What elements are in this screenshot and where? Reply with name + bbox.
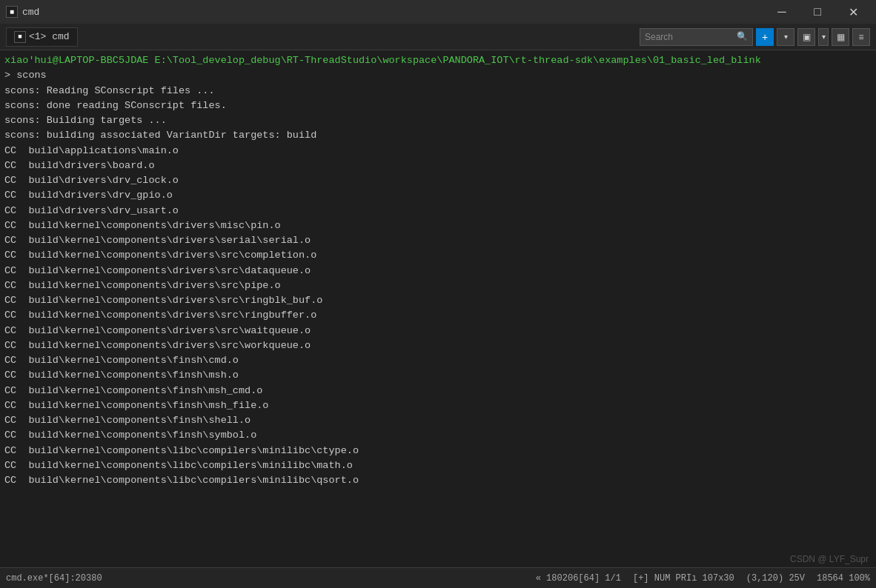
tab-label: <1> cmd	[29, 31, 70, 42]
terminal-line: CC build\drivers\board.o	[4, 158, 872, 173]
terminal-line: CC build\kernel\components\drivers\src\w…	[4, 324, 872, 338]
terminal-line: CC build\drivers\drv_usart.o	[4, 204, 872, 218]
terminal-line: CC build\kernel\components\finsh\cmd.o	[4, 353, 872, 368]
maximize-button[interactable]: □	[800, 0, 834, 24]
status-size: 18564 100%	[817, 573, 870, 584]
tab-cmd[interactable]: ■ <1> cmd	[6, 27, 78, 47]
status-encoding: « 180206[64] 1/1	[536, 573, 621, 584]
terminal-line: CC build\kernel\components\drivers\src\c…	[4, 248, 872, 263]
terminal-line: CC build\kernel\components\drivers\src\r…	[4, 293, 872, 308]
dropdown-button[interactable]: ▾	[777, 28, 794, 46]
terminal-line: xiao'hui@LAPTOP-BBC5JDAE E:\Tool_develop…	[4, 53, 872, 68]
terminal-line: CC build\kernel\components\drivers\src\w…	[4, 338, 872, 353]
terminal-line: scons: Reading SConscript files ...	[4, 84, 872, 98]
terminal-line: CC build\kernel\components\libc\compiler…	[4, 473, 872, 488]
layout-btn-1[interactable]: ▣	[797, 28, 815, 46]
close-button[interactable]: ✕	[836, 0, 870, 24]
layout-dropdown-1[interactable]: ▾	[818, 28, 829, 46]
window-controls: ─ □ ✕	[765, 0, 870, 24]
tab-icon: ■	[14, 31, 26, 43]
terminal-line: CC build\kernel\components\finsh\msh.o	[4, 368, 872, 383]
terminal-output: xiao'hui@LAPTOP-BBC5JDAE E:\Tool_develop…	[0, 50, 876, 567]
terminal-line: CC build\drivers\drv_gpio.o	[4, 188, 872, 203]
terminal-line: CC build\kernel\components\drivers\src\p…	[4, 278, 872, 293]
terminal-line: scons: building associated VariantDir ta…	[4, 128, 872, 143]
search-area: 🔍 + ▾ ▣ ▾ ▦ ≡	[640, 28, 870, 46]
terminal-line: CC build\kernel\components\libc\compiler…	[4, 458, 872, 473]
terminal-line: CC build\kernel\components\libc\compiler…	[4, 444, 872, 458]
terminal-line: CC build\drivers\drv_clock.o	[4, 173, 872, 188]
terminal-line: CC build\kernel\components\finsh\symbol.…	[4, 428, 872, 443]
terminal-line: scons: done reading SConscript files.	[4, 98, 872, 113]
status-right: « 180206[64] 1/1 [+] NUM PRIı 107x30 (3,…	[536, 573, 870, 584]
search-box: 🔍	[640, 28, 753, 46]
terminal-line: CC build\kernel\components\finsh\msh_cmd…	[4, 384, 872, 398]
status-position: (3,120) 25V	[746, 573, 805, 584]
title-bar: ■ cmd ─ □ ✕	[0, 0, 876, 24]
terminal-line: scons: Building targets ...	[4, 113, 872, 128]
status-bar: cmd.exe*[64]:20380 « 180206[64] 1/1 [+] …	[0, 567, 876, 588]
terminal-line: CC build\kernel\components\finsh\shell.o	[4, 413, 872, 428]
terminal-line: CC build\kernel\components\drivers\src\r…	[4, 308, 872, 323]
app-icon: ■	[6, 6, 18, 18]
layout-btn-3[interactable]: ≡	[852, 28, 870, 46]
terminal-line: CC build\kernel\components\drivers\misc\…	[4, 218, 872, 233]
search-input[interactable]	[645, 32, 734, 42]
terminal-line: CC build\applications\main.o	[4, 144, 872, 158]
search-icon: 🔍	[737, 31, 748, 42]
status-cursor: [+] NUM PRIı 107x30	[633, 573, 734, 584]
terminal-line: CC build\kernel\components\drivers\src\d…	[4, 264, 872, 278]
window-title: cmd	[22, 7, 39, 18]
watermark: CSDN @ LYF_Supr	[790, 554, 869, 564]
layout-btn-2[interactable]: ▦	[832, 28, 849, 46]
status-left: cmd.exe*[64]:20380	[6, 573, 102, 584]
terminal-line: > scons	[4, 68, 872, 83]
terminal-line: CC build\kernel\components\finsh\msh_fil…	[4, 398, 872, 413]
minimize-button[interactable]: ─	[765, 0, 799, 24]
tab-bar: ■ <1> cmd 🔍 + ▾ ▣ ▾ ▦ ≡	[0, 24, 876, 50]
add-tab-button[interactable]: +	[756, 28, 774, 46]
terminal-line: CC build\kernel\components\drivers\seria…	[4, 233, 872, 248]
